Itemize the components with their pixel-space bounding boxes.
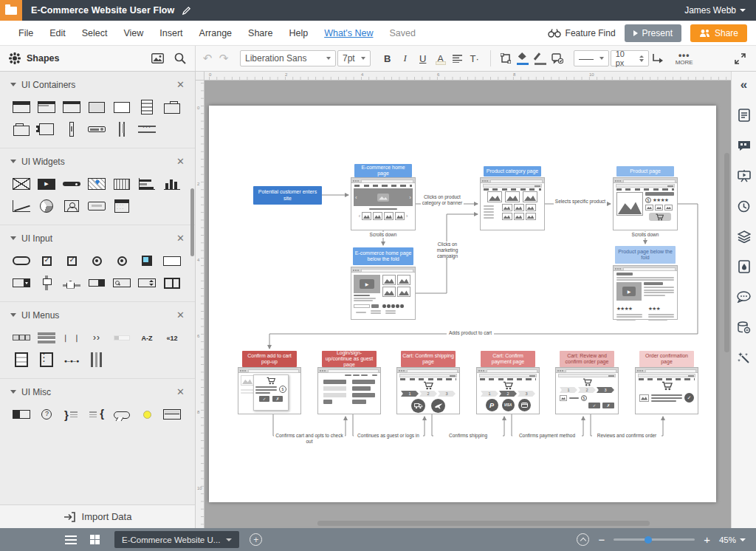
add-page-button[interactable]: +	[250, 533, 262, 546]
shape-highlight-dot[interactable]	[134, 403, 159, 425]
documents-button[interactable]	[0, 0, 22, 21]
shape-white-panel[interactable]	[109, 96, 134, 118]
fill-color-button[interactable]	[515, 50, 531, 66]
wireframe-confirmation-page[interactable]: ✓	[635, 367, 698, 414]
shape-dropdown[interactable]	[9, 272, 34, 294]
italic-button[interactable]: I	[397, 50, 413, 66]
shape-pagination[interactable]	[159, 326, 185, 349]
shape-right-brace-note[interactable]	[84, 403, 109, 425]
wireframe-cart-popup[interactable]: $ ✓ ✗	[238, 367, 301, 414]
wireframe-home-page[interactable]: ‹› ‹›	[351, 177, 416, 230]
zoom-slider-knob[interactable]	[645, 536, 652, 544]
presentation-icon[interactable]	[737, 168, 752, 183]
font-size-select[interactable]: 7pt	[337, 50, 371, 66]
shape-left-brace-note[interactable]	[59, 403, 84, 425]
shape-line-chart[interactable]	[9, 195, 34, 217]
magic-wand-icon[interactable]	[737, 350, 752, 365]
shape-map[interactable]	[84, 173, 109, 195]
menu-insert[interactable]: Insert	[151, 28, 190, 38]
close-section-icon[interactable]: ✕	[176, 233, 185, 244]
wireframe-category-page[interactable]	[480, 177, 545, 230]
image-shapes-icon[interactable]	[151, 53, 164, 64]
canvas-vertical-scrollbar[interactable]	[724, 153, 729, 352]
node-label-category[interactable]: Product category page	[484, 166, 541, 177]
shape-stacked-menu[interactable]	[34, 326, 59, 349]
font-family-select[interactable]: Liberation Sans	[240, 50, 336, 66]
shape-progress-slider[interactable]	[59, 173, 84, 195]
active-page-tab[interactable]: E-Commerce Website U...	[114, 531, 239, 548]
collapse-section-icon[interactable]	[10, 313, 16, 317]
shape-bar-chart-horizontal[interactable]	[134, 173, 159, 195]
shape-horizontal-menu[interactable]	[9, 326, 34, 349]
comments-icon[interactable]	[737, 290, 752, 304]
shape-vertical-slider[interactable]	[34, 272, 59, 294]
node-label-payment[interactable]: Cart: Confirm payment page	[481, 351, 535, 367]
page-list-icon[interactable]	[65, 535, 77, 544]
menu-edit[interactable]: Edit	[41, 28, 74, 38]
collapse-section-icon[interactable]	[10, 83, 16, 86]
fit-to-screen-button[interactable]	[577, 533, 589, 546]
shape-list-menu[interactable]	[9, 349, 34, 371]
wireframe-login-page[interactable]	[317, 367, 381, 414]
shape-help-badge[interactable]	[34, 403, 59, 425]
shape-horizontal-divider[interactable]	[134, 118, 159, 140]
share-button[interactable]: Share	[690, 24, 747, 42]
shape-color-picker[interactable]	[134, 250, 159, 272]
redo-button[interactable]: ↷	[216, 50, 231, 66]
shape-scroll-list[interactable]	[134, 96, 159, 118]
shape-data-table[interactable]	[109, 173, 134, 195]
shape-bar-chart-vertical[interactable]	[159, 173, 185, 195]
expand-toolbar-icon[interactable]	[732, 50, 747, 66]
line-style-select[interactable]	[574, 50, 609, 66]
theme-icon[interactable]	[737, 259, 752, 274]
shape-horizontal-scrollbar[interactable]	[84, 118, 109, 140]
zoom-level-menu[interactable]: 45%	[719, 535, 746, 544]
edit-title-icon[interactable]	[182, 6, 191, 16]
menu-view[interactable]: View	[115, 28, 151, 38]
shape-image-placeholder[interactable]	[9, 173, 34, 195]
bold-button[interactable]: B	[379, 50, 396, 66]
shape-text-field[interactable]	[159, 250, 185, 272]
shape-callout[interactable]	[109, 403, 134, 425]
node-label-home-below-fold[interactable]: E-commerce home page below the fold	[353, 247, 413, 265]
wireframe-payment-page[interactable]: 123 P VISA	[476, 367, 540, 414]
shape-number-stepper[interactable]	[134, 272, 159, 294]
shape-vertical-divider[interactable]	[109, 118, 134, 140]
shape-folder-tab-right[interactable]	[159, 96, 185, 118]
panel-scrollbar[interactable]	[190, 188, 194, 256]
node-label-cart-popup[interactable]: Confirm add to cart pop-up	[242, 351, 297, 367]
underline-button[interactable]: U	[415, 50, 431, 66]
shape-split-field[interactable]	[159, 272, 185, 294]
notes-icon[interactable]	[737, 138, 752, 153]
start-node[interactable]: Potential customer enters site	[253, 186, 322, 205]
node-label-product-below-fold[interactable]: Product page below the fold	[615, 246, 676, 264]
whats-new-link[interactable]: What's New	[316, 28, 381, 38]
menu-select[interactable]: Select	[74, 28, 116, 38]
shape-style-button[interactable]	[498, 50, 513, 66]
shape-browser-bar[interactable]	[159, 403, 185, 425]
menu-share[interactable]: Share	[240, 28, 281, 38]
shape-toggle[interactable]	[84, 272, 109, 294]
wireframe-product-below-fold[interactable]: ▶ ★★★★ ★★★	[613, 265, 678, 320]
data-linking-icon[interactable]	[737, 320, 752, 335]
shape-progress-strip[interactable]	[109, 326, 134, 349]
shape-toolbar-window[interactable]	[59, 96, 84, 118]
import-data-button[interactable]: Import Data	[0, 504, 196, 528]
shape-pie-chart[interactable]	[34, 195, 59, 217]
wireframe-review-page[interactable]: 123 $ ✓ ✗	[555, 367, 619, 414]
node-label-shipping[interactable]: Cart: Confirm shipping page	[401, 351, 456, 367]
shape-rounded-button[interactable]	[9, 250, 34, 272]
document-settings-icon[interactable]	[737, 108, 752, 123]
node-label-review[interactable]: Cart: Review and confirm order page	[560, 351, 614, 367]
shape-divider-pipes[interactable]	[59, 326, 84, 349]
text-align-button[interactable]	[450, 50, 465, 66]
shape-horizontal-slider[interactable]	[59, 272, 84, 294]
line-color-button[interactable]	[532, 50, 549, 66]
shape-browser-window[interactable]	[9, 96, 34, 118]
user-menu[interactable]: James Webb	[684, 5, 746, 16]
shape-checkbox[interactable]	[34, 250, 59, 272]
shape-search-field[interactable]	[109, 272, 134, 294]
close-section-icon[interactable]: ✕	[176, 386, 185, 397]
clear-format-button[interactable]: T·	[467, 50, 483, 66]
shape-toggle-switch[interactable]	[9, 403, 34, 425]
